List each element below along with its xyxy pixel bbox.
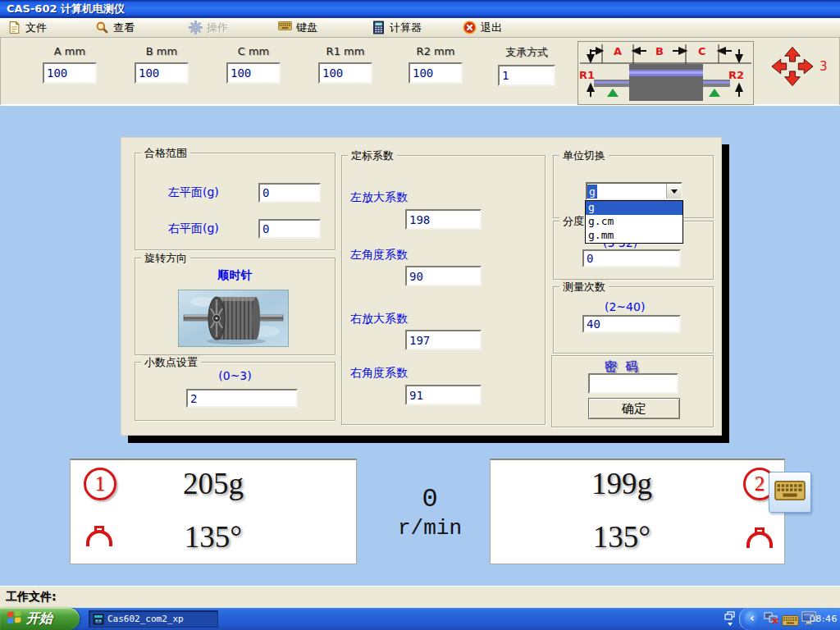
- magnifier-icon: [95, 21, 109, 34]
- menu-view-label: 查看: [113, 21, 135, 35]
- keyboard-icon: [278, 21, 292, 34]
- diagram-label-r2: R2: [728, 69, 744, 81]
- diagram-label-b: B: [655, 45, 664, 57]
- group-calibration: 定标系数 左放大系数 左角度系数 右放大系数 右角度系数: [341, 155, 546, 425]
- chevron-down-icon: [671, 189, 678, 194]
- left-gain-input[interactable]: [405, 209, 482, 230]
- speed-readout: 0 r/min: [384, 484, 476, 541]
- diagram-label-c: C: [698, 45, 706, 57]
- field-b-input[interactable]: [135, 62, 189, 84]
- field-a-input[interactable]: [43, 62, 97, 84]
- window-title: CAS-602 计算机电测仪: [7, 2, 125, 15]
- keyboard-icon: [774, 481, 806, 504]
- left-plane-input[interactable]: [258, 183, 321, 203]
- rotation-direction-label: 顺时针: [135, 268, 335, 283]
- menu-calculator[interactable]: 计算器: [369, 20, 424, 35]
- taskbar-app-button[interactable]: Cas602_com2_xp: [89, 610, 218, 628]
- combo-dropdown-button[interactable]: [666, 184, 681, 199]
- toolbar-handle[interactable]: [724, 609, 738, 628]
- field-support-mode-input[interactable]: [498, 65, 555, 86]
- decimal-input[interactable]: [186, 389, 298, 408]
- unit-option-gcm[interactable]: g.cm: [586, 215, 682, 229]
- right-angle-label: 右角度系数: [350, 366, 408, 381]
- right-plane-input[interactable]: [258, 219, 321, 239]
- right-gain-label: 右放大系数: [350, 312, 408, 326]
- left-angle-input[interactable]: [405, 266, 482, 286]
- group-rotation-title: 旋转方向: [141, 251, 190, 266]
- right-gain-input[interactable]: [405, 330, 482, 350]
- field-r2-input[interactable]: [409, 62, 463, 84]
- support-mode-number: 3: [819, 59, 828, 74]
- unit-option-gmm[interactable]: g.mm: [586, 229, 682, 243]
- field-r2: R2 mm: [408, 45, 463, 84]
- hide-tray-icons-button[interactable]: ‹: [744, 610, 760, 627]
- menu-keyboard-label: 键盘: [296, 21, 317, 35]
- left-measure-display: 1 205g 135°: [70, 459, 357, 564]
- unit-option-g[interactable]: g: [586, 201, 682, 215]
- work-file-label: 工作文件:: [6, 590, 57, 605]
- field-r2-label: R2 mm: [408, 45, 463, 57]
- group-rotation: 旋转方向 顺时针: [135, 258, 336, 355]
- menu-keyboard[interactable]: 键盘: [276, 20, 320, 35]
- menu-calculator-label: 计算器: [390, 21, 422, 35]
- decimal-range-label: (0~3): [135, 369, 335, 382]
- unit-selected-value: g: [587, 185, 597, 199]
- title-bar[interactable]: CAS-602 计算机电测仪: [0, 0, 840, 18]
- menu-operate[interactable]: 操作: [186, 20, 231, 35]
- menu-exit-label: 退出: [481, 21, 502, 35]
- right-measure-display: 199g 135° 2: [490, 459, 785, 564]
- field-support-mode-label: 支承方式: [498, 45, 555, 60]
- field-c-label: C mm: [226, 45, 281, 57]
- taskbar-app-label: Cas602_com2_xp: [107, 614, 184, 624]
- rotor-dimension-diagram: A B C R1 R2: [578, 41, 754, 105]
- menu-view[interactable]: 查看: [93, 20, 137, 35]
- right-amount-value: 199g: [491, 466, 753, 501]
- right-plane-label: 右平面(g): [168, 221, 219, 236]
- network-offline-icon[interactable]: [764, 612, 779, 628]
- start-button[interactable]: 开始: [0, 608, 80, 630]
- field-c-input[interactable]: [226, 62, 281, 84]
- left-amount-value: 205g: [71, 466, 356, 501]
- menu-file[interactable]: 文件: [5, 20, 49, 35]
- menu-operate-label: 操作: [207, 21, 228, 35]
- field-a-label: A mm: [42, 45, 98, 57]
- status-bar: 工作文件:: [0, 586, 840, 608]
- menu-exit[interactable]: 退出: [460, 20, 504, 35]
- field-support-mode: 支承方式: [498, 45, 555, 86]
- diagram-label-a: A: [614, 45, 622, 57]
- field-c: C mm: [226, 45, 281, 84]
- soft-keyboard-button[interactable]: [769, 472, 811, 513]
- left-angle-value: 135°: [71, 519, 356, 555]
- left-plane-label: 左平面(g): [168, 185, 219, 200]
- group-tolerance-title: 合格范围: [141, 146, 190, 161]
- confirm-button[interactable]: 确定: [588, 398, 680, 419]
- taskbar: 开始 Cas602_com2_xp ‹ 08:46: [0, 608, 840, 630]
- support-mode-arrows-icon: [770, 46, 815, 87]
- group-decimal: 小数点设置 (0~3): [135, 362, 336, 421]
- field-a: A mm: [42, 45, 98, 84]
- parameters-panel: A mm B mm C mm R1 mm R2 mm 支承方式: [0, 37, 840, 106]
- field-r1-input[interactable]: [318, 62, 372, 84]
- right-angle-input[interactable]: [405, 385, 482, 405]
- left-gain-label: 左放大系数: [350, 190, 408, 205]
- speed-unit: r/min: [384, 516, 476, 541]
- system-tray: ‹ 08:46: [739, 608, 840, 630]
- field-r1-label: R1 mm: [317, 45, 373, 57]
- group-division-title: 分度: [559, 214, 587, 229]
- password-input[interactable]: [588, 373, 678, 394]
- unit-combobox[interactable]: g: [586, 182, 682, 200]
- measure-count-input[interactable]: [582, 315, 681, 333]
- right-angle-value: 135°: [491, 519, 753, 555]
- rotor-image: [178, 290, 289, 347]
- division-input[interactable]: [582, 249, 681, 267]
- exit-icon: [463, 21, 477, 34]
- taskbar-clock[interactable]: 08:46: [810, 614, 838, 624]
- angle-position-icon: [85, 526, 112, 544]
- keyboard-tray-icon[interactable]: [782, 614, 799, 629]
- unit-dropdown-list: g g.cm g.mm: [585, 200, 683, 244]
- windows-logo-icon: [7, 610, 22, 628]
- gear-icon: [189, 21, 203, 34]
- menu-bar: 文件 查看 操作 键盘 计算器 退出: [0, 18, 840, 38]
- group-tolerance: 合格范围 左平面(g) 右平面(g): [135, 153, 336, 250]
- group-measure-count: 测量次数 (2~40): [553, 286, 714, 354]
